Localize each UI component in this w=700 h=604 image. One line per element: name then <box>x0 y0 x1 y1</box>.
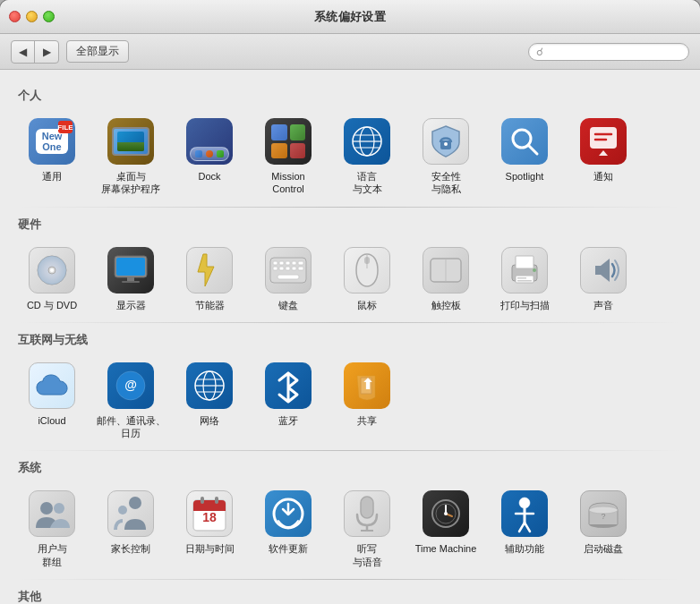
icon-img-cddvd <box>29 247 75 293</box>
icon-item-datetime[interactable]: 18 日期与时间 <box>170 483 249 574</box>
svg-rect-17 <box>116 258 145 276</box>
icon-item-desktop[interactable]: 桌面与 屏幕保护程序 <box>91 111 170 201</box>
icon-img-users <box>29 490 75 537</box>
icon-img-general: NewOne FILE <box>29 118 75 165</box>
icon-label-spotlight: Spotlight <box>506 170 544 183</box>
icon-item-startdisk[interactable]: ? 启动磁盘 <box>564 483 643 574</box>
icon-item-print[interactable]: 打印与扫描 <box>485 240 564 317</box>
svg-point-50 <box>40 502 53 515</box>
icon-item-bluetooth[interactable]: 蓝牙 <box>249 355 328 446</box>
svg-text:@: @ <box>124 378 137 392</box>
icons-grid-hardware: CD 与 DVD 显示器 节能器 <box>13 238 687 319</box>
svg-point-52 <box>129 497 141 509</box>
icon-img-mission <box>265 118 312 165</box>
search-box[interactable]: ☌ <box>528 43 689 61</box>
icon-img-parental <box>107 490 154 537</box>
search-icon: ☌ <box>536 46 543 58</box>
icon-img-network <box>186 362 233 409</box>
minimize-button[interactable] <box>26 11 38 22</box>
icon-item-display[interactable]: 显示器 <box>91 240 170 317</box>
svg-rect-33 <box>364 257 370 264</box>
icon-item-users[interactable]: 用户与 群组 <box>13 483 91 574</box>
icon-item-network[interactable]: 网络 <box>170 355 249 446</box>
icon-label-sharing: 共享 <box>357 414 377 427</box>
forward-button[interactable]: ▶ <box>35 41 58 63</box>
back-button[interactable]: ◀ <box>12 41 35 63</box>
icon-img-timemachine <box>423 490 469 537</box>
icon-label-language: 语言 与文本 <box>353 170 382 196</box>
icon-label-update: 软件更新 <box>269 542 308 555</box>
svg-rect-41 <box>517 280 532 282</box>
icon-label-bluetooth: 蓝牙 <box>278 414 298 427</box>
icon-img-bluetooth <box>265 362 312 409</box>
divider-system <box>20 579 680 580</box>
icon-label-print: 打印与扫描 <box>500 299 550 311</box>
icon-label-access: 辅助功能 <box>505 542 544 555</box>
divider-internet <box>20 450 680 451</box>
icon-item-sound[interactable]: 声音 <box>564 240 643 317</box>
svg-point-39 <box>533 268 536 272</box>
svg-text:⬆: ⬆ <box>362 377 373 392</box>
icon-img-keyboard <box>265 247 312 293</box>
icon-label-sound: 声音 <box>593 299 613 311</box>
svg-rect-61 <box>361 497 373 518</box>
svg-rect-28 <box>286 267 290 270</box>
close-button[interactable] <box>9 11 21 22</box>
icon-item-dictation[interactable]: 听写 与语音 <box>328 483 406 574</box>
icons-grid-system: 用户与 群组 家长控制 18 日期与时间 软件更新 <box>13 481 687 575</box>
icons-grid-personal: NewOne FILE 通用 桌面与 屏幕保护程序 Dock <box>13 109 687 203</box>
icon-item-cddvd[interactable]: CD 与 DVD <box>13 240 91 317</box>
svg-rect-19 <box>122 281 140 283</box>
icon-item-mission[interactable]: Mission Control <box>249 111 328 201</box>
icon-item-security[interactable]: 安全性 与隐私 <box>406 111 485 201</box>
svg-rect-25 <box>298 261 303 265</box>
icon-item-keyboard[interactable]: 键盘 <box>249 240 328 317</box>
icon-img-trackpad <box>423 247 469 293</box>
icon-item-notify[interactable]: 通知 <box>564 111 643 201</box>
icon-label-datetime: 日期与时间 <box>185 542 235 555</box>
svg-rect-37 <box>516 256 534 268</box>
icon-item-spotlight[interactable]: Spotlight <box>485 111 564 201</box>
icon-label-parental: 家长控制 <box>111 542 150 555</box>
section-label-other: 其他 <box>18 589 687 604</box>
icon-item-mouse[interactable]: 鼠标 <box>328 240 406 317</box>
icon-label-users: 用户与 群组 <box>38 542 67 568</box>
icon-label-keyboard: 键盘 <box>278 299 298 311</box>
svg-rect-23 <box>286 261 290 265</box>
svg-rect-58 <box>201 497 204 504</box>
icon-img-update <box>265 490 312 537</box>
show-all-button[interactable]: 全部显示 <box>66 40 129 63</box>
icon-img-mouse <box>344 247 390 293</box>
search-input[interactable] <box>547 46 681 58</box>
svg-point-6 <box>444 142 448 146</box>
icon-item-trackpad[interactable]: 触控板 <box>406 240 485 317</box>
svg-rect-22 <box>279 261 284 265</box>
icon-item-access[interactable]: 辅助功能 <box>485 483 564 574</box>
icon-img-spotlight <box>501 118 548 165</box>
icon-label-energy: 节能器 <box>195 299 225 311</box>
icon-item-update[interactable]: 软件更新 <box>249 483 328 574</box>
icon-item-timemachine[interactable]: Time Machine <box>406 483 485 574</box>
icon-label-dock: Dock <box>198 170 220 183</box>
maximize-button[interactable] <box>43 11 55 22</box>
svg-rect-24 <box>292 261 296 265</box>
icon-label-security: 安全性 与隐私 <box>431 170 461 196</box>
icon-item-sharing[interactable]: ⬆ 共享 <box>328 355 406 446</box>
svg-rect-31 <box>277 275 299 279</box>
svg-rect-18 <box>127 277 134 281</box>
icon-item-language[interactable]: 语言 与文本 <box>328 111 406 201</box>
icon-item-general[interactable]: NewOne FILE 通用 <box>13 111 91 201</box>
svg-line-74 <box>525 523 530 532</box>
svg-rect-59 <box>215 497 218 504</box>
icon-item-energy[interactable]: 节能器 <box>170 240 249 317</box>
icon-item-mail[interactable]: @ 邮件、通讯录、 日历 <box>91 355 170 446</box>
icon-label-startdisk: 启动磁盘 <box>584 542 623 555</box>
icon-img-datetime: 18 <box>186 490 233 537</box>
icon-item-dock[interactable]: Dock <box>170 111 249 201</box>
system-preferences-window: 系统偏好设置 ◀ ▶ 全部显示 ☌ 个人 NewOne FILE 通用 <box>0 0 700 604</box>
icon-item-icloud[interactable]: iCloud <box>13 355 91 446</box>
icon-img-notify <box>580 118 627 165</box>
svg-rect-29 <box>292 267 296 270</box>
icon-item-parental[interactable]: 家长控制 <box>91 483 170 574</box>
icon-label-mouse: 鼠标 <box>357 299 377 311</box>
